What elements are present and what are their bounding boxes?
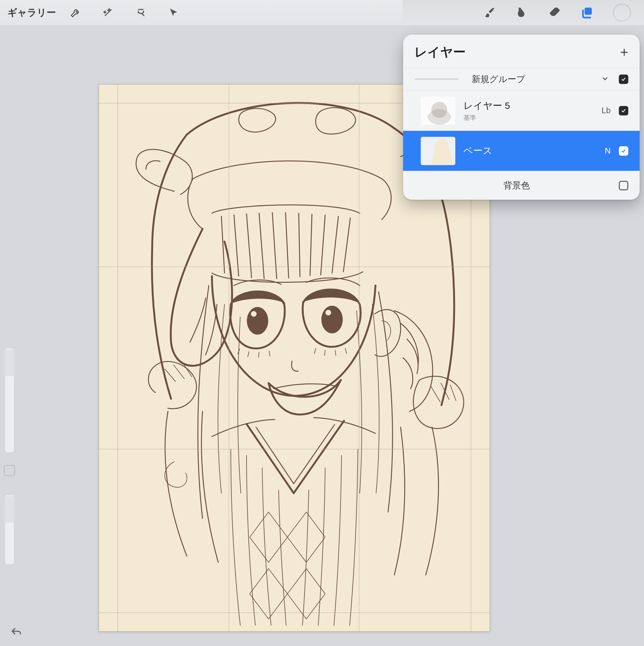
modifier-button[interactable] — [4, 465, 15, 476]
svg-point-1 — [247, 307, 268, 335]
svg-rect-0 — [584, 8, 592, 15]
eraser-icon[interactable] — [548, 6, 562, 19]
layers-icon[interactable] — [580, 6, 594, 19]
color-picker-button[interactable] — [613, 4, 631, 21]
layers-panel: レイヤー + 新規グループ レイヤー 5 基準 Lb ベース N — [403, 34, 640, 200]
gallery-button[interactable]: ギャラリー — [8, 6, 56, 19]
add-layer-button[interactable]: + — [620, 45, 628, 59]
wand-icon[interactable] — [101, 6, 115, 19]
layer-name-label: レイヤー 5 — [463, 99, 585, 112]
layer-visibility-checkbox[interactable] — [619, 106, 628, 115]
smudge-icon[interactable] — [515, 6, 529, 19]
layer-row[interactable]: レイヤー 5 基準 Lb — [403, 90, 640, 130]
svg-point-4 — [325, 310, 331, 315]
svg-point-2 — [321, 306, 343, 333]
chevron-down-icon[interactable] — [601, 74, 610, 84]
layers-panel-title: レイヤー — [414, 43, 466, 61]
background-color-row[interactable]: 背景色 — [403, 171, 640, 200]
layer-group-row[interactable]: 新規グループ — [403, 68, 640, 90]
toolbar-right-group — [482, 4, 636, 21]
layer-visibility-checkbox[interactable] — [619, 146, 628, 156]
brush-icon[interactable] — [482, 6, 496, 19]
undo-icon[interactable] — [9, 626, 23, 640]
svg-point-3 — [251, 311, 256, 317]
layer-thumbnail — [421, 97, 455, 125]
toolbar-left-group — [69, 6, 181, 19]
layer-reference-badge: 基準 — [463, 114, 585, 122]
selection-icon[interactable] — [134, 6, 148, 19]
background-visibility-checkbox[interactable] — [619, 181, 628, 190]
group-name-label: 新規グループ — [472, 73, 601, 85]
move-arrow-icon[interactable] — [167, 6, 181, 19]
blend-mode-code[interactable]: Lb — [593, 106, 611, 115]
group-visibility-checkbox[interactable] — [619, 75, 628, 84]
brush-size-slider[interactable] — [5, 348, 14, 452]
wrench-icon[interactable] — [69, 6, 82, 19]
background-label: 背景色 — [414, 180, 619, 192]
top-toolbar: ギャラリー — [0, 0, 644, 25]
side-controls — [5, 348, 18, 577]
svg-point-5 — [403, 411, 431, 439]
layer-thumbnail — [421, 137, 455, 165]
layer-name-label: ベース — [463, 144, 585, 157]
layer-row[interactable]: ベース N — [403, 130, 640, 171]
group-drag-handle[interactable] — [414, 78, 458, 80]
blend-mode-code[interactable]: N — [593, 146, 611, 156]
opacity-slider[interactable] — [5, 495, 14, 564]
